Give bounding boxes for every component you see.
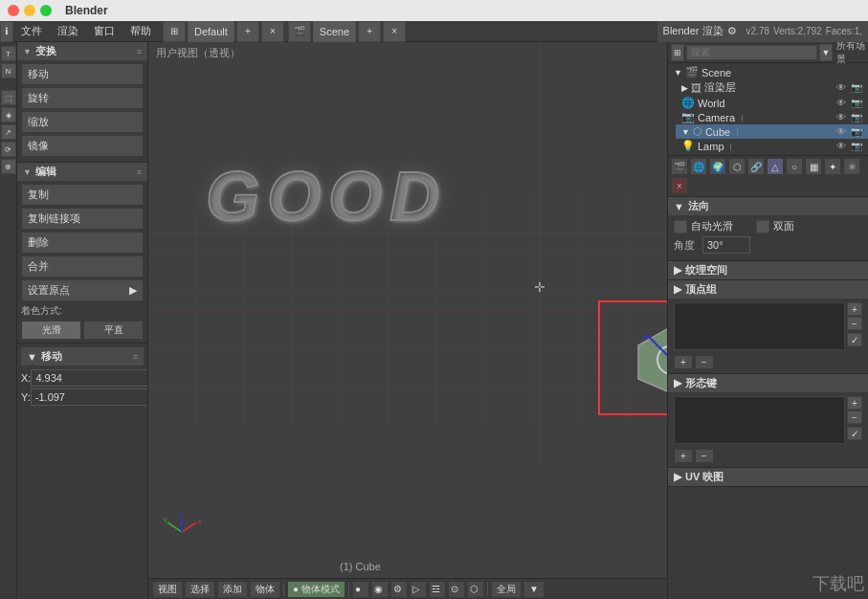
vp-icon7[interactable]: ⬡ (467, 581, 484, 598)
menu-file[interactable]: 文件 (13, 21, 50, 42)
scene-filter-btn[interactable]: ▼ (819, 44, 833, 61)
sidebar-icon-1[interactable]: T (1, 46, 16, 61)
cam-render-icon[interactable]: 📷 (851, 112, 862, 122)
prop-icon-render[interactable]: 🎬 (671, 158, 688, 175)
delete-btn[interactable]: 删除 (21, 232, 144, 254)
vp-arrow-btn[interactable]: ▼ (523, 581, 545, 598)
y-input[interactable] (31, 388, 147, 406)
uv-header[interactable]: ▶ UV 映图 (668, 468, 868, 486)
world-eye-icon[interactable]: 👁 (836, 98, 846, 108)
scene-icon[interactable]: 🎬 (288, 21, 311, 42)
close-scene-btn[interactable]: × (383, 21, 406, 42)
sk-remove-btn[interactable]: − (847, 410, 862, 424)
vg-extra-btn[interactable]: ✓ (847, 333, 862, 346)
sk-extra-btn[interactable]: ✓ (847, 427, 862, 440)
world-cam-icon[interactable]: 📷 (851, 98, 862, 108)
x-input[interactable] (31, 369, 147, 387)
prop-icon-object[interactable]: ⬡ (728, 158, 746, 175)
sidebar-icon-5[interactable]: ↗ (1, 124, 16, 140)
close-btn[interactable] (8, 5, 19, 16)
cube-cam-icon[interactable]: 📷 (851, 126, 862, 137)
lamp-eye-icon[interactable]: 👁 (836, 141, 846, 151)
maximize-btn[interactable] (40, 5, 52, 16)
vg-remove-btn[interactable]: − (847, 317, 862, 330)
edit-header[interactable]: ▼ 编辑 ≡ (17, 163, 147, 181)
scene-tab[interactable]: Scene (313, 21, 356, 42)
layout-grid-icon[interactable]: ⊞ (163, 21, 186, 42)
sk-add-btn[interactable]: + (847, 396, 862, 410)
vp-icon3[interactable]: ⚙ (390, 581, 408, 598)
scene-search-input[interactable] (686, 45, 817, 60)
cam-eye-icon[interactable]: 👁 (836, 112, 846, 122)
prop-icon-close[interactable]: × (671, 177, 688, 194)
sk-assign-btn[interactable]: + (674, 449, 693, 463)
rl-cam-icon[interactable]: 📷 (851, 82, 862, 93)
layout-tab[interactable]: Default (188, 21, 234, 42)
rl-eye-icon[interactable]: 👁 (836, 82, 846, 93)
sidebar-icon-7[interactable]: ⊕ (1, 159, 16, 174)
vp-add-btn[interactable]: 添加 (217, 581, 248, 598)
sk-header[interactable]: ▶ 形态键 (668, 374, 868, 392)
menu-help[interactable]: 帮助 (122, 21, 159, 42)
lamp-cam-icon[interactable]: 📷 (851, 141, 862, 151)
tree-render-layer[interactable]: ▶ 🖼 渲染层 👁 📷 (676, 79, 868, 96)
smooth-btn[interactable]: 光滑 (21, 321, 81, 340)
vp-global-btn[interactable]: 全局 (491, 581, 522, 598)
prop-icon-world[interactable]: 🌍 (709, 158, 726, 175)
angle-input[interactable] (702, 236, 750, 254)
menu-window[interactable]: 窗口 (86, 21, 122, 42)
normals-header[interactable]: ▼ 法向 (668, 197, 868, 215)
sidebar-icon-4[interactable]: ◈ (1, 107, 16, 122)
vp-view-btn[interactable]: 视图 (152, 581, 183, 598)
vg-assign-btn[interactable]: + (674, 355, 693, 369)
vp-icon6[interactable]: ⊙ (448, 581, 465, 598)
viewport[interactable]: 用户视图（透视） GOOD (148, 42, 667, 599)
copy-btn[interactable]: 复制 (21, 184, 144, 206)
sidebar-icon-3[interactable]: ⬚ (1, 90, 16, 105)
vg-add-btn[interactable]: + (847, 302, 862, 316)
vg-remove2-btn[interactable]: − (695, 355, 714, 369)
move-btn[interactable]: 移动 (21, 63, 144, 85)
tree-world[interactable]: 🌐 World 👁 📷 (676, 96, 868, 110)
minimize-btn[interactable] (24, 5, 35, 16)
flat-btn[interactable]: 平直 (83, 321, 144, 340)
sk-remove2-btn[interactable]: − (695, 449, 714, 463)
vp-icon2[interactable]: ◉ (371, 581, 389, 598)
add-scene-btn[interactable]: + (358, 21, 381, 42)
cube-eye-icon[interactable]: 👁 (836, 126, 846, 137)
set-origin-btn[interactable]: 设置原点 ▶ (21, 279, 144, 301)
prop-icon-physics[interactable]: ⚛ (843, 158, 860, 175)
prop-icon-constraints[interactable]: 🔗 (747, 158, 765, 175)
mirror-btn[interactable]: 镜像 (21, 135, 144, 157)
scene-view-icon[interactable]: ⊞ (671, 44, 684, 61)
tree-camera[interactable]: 📷 Camera | 👁 📷 (676, 110, 868, 124)
vp-icon4[interactable]: ▷ (410, 581, 427, 598)
vp-icon5[interactable]: ☲ (429, 581, 446, 598)
merge-btn[interactable]: 合并 (21, 255, 144, 277)
close-layout-btn[interactable]: × (261, 21, 284, 42)
texture-space-header[interactable]: ▶ 纹理空间 (668, 261, 868, 279)
rotate-btn[interactable]: 旋转 (21, 87, 144, 109)
scale-btn[interactable]: 缩放 (21, 111, 144, 133)
prop-icon-texture[interactable]: ▦ (805, 158, 822, 175)
copy-link-btn[interactable]: 复制链接项 (21, 208, 144, 230)
prop-icon-material[interactable]: ○ (786, 158, 803, 175)
prop-icon-data[interactable]: △ (767, 158, 784, 175)
tree-lamp[interactable]: 💡 Lamp | 👁 📷 (676, 139, 868, 153)
auto-smooth-check[interactable] (674, 220, 687, 233)
vp-object-btn[interactable]: 物体 (250, 581, 280, 598)
prop-icon-scene[interactable]: 🌐 (690, 158, 707, 175)
vp-select-btn[interactable]: 选择 (185, 581, 215, 598)
move-header[interactable]: ▼ 移动 ≡ (21, 347, 144, 366)
sidebar-icon-2[interactable]: N (1, 63, 16, 78)
transform-header[interactable]: ▼ 变换 ≡ (17, 42, 147, 60)
vp-icon1[interactable]: ● (352, 581, 369, 598)
add-layout-btn[interactable]: + (236, 21, 259, 42)
info-icon-btn[interactable]: ℹ (0, 21, 13, 42)
vp-mode-btn[interactable]: ● 物体模式 (287, 581, 345, 598)
tree-scene-item[interactable]: ▼ 🎬 Scene (668, 65, 868, 79)
menu-render[interactable]: 渲染 (50, 21, 86, 42)
tree-cube[interactable]: ▼ ⬡ Cube | 👁 📷 (676, 124, 868, 139)
sidebar-icon-6[interactable]: ⟳ (1, 142, 16, 157)
double-side-check[interactable] (756, 220, 769, 233)
